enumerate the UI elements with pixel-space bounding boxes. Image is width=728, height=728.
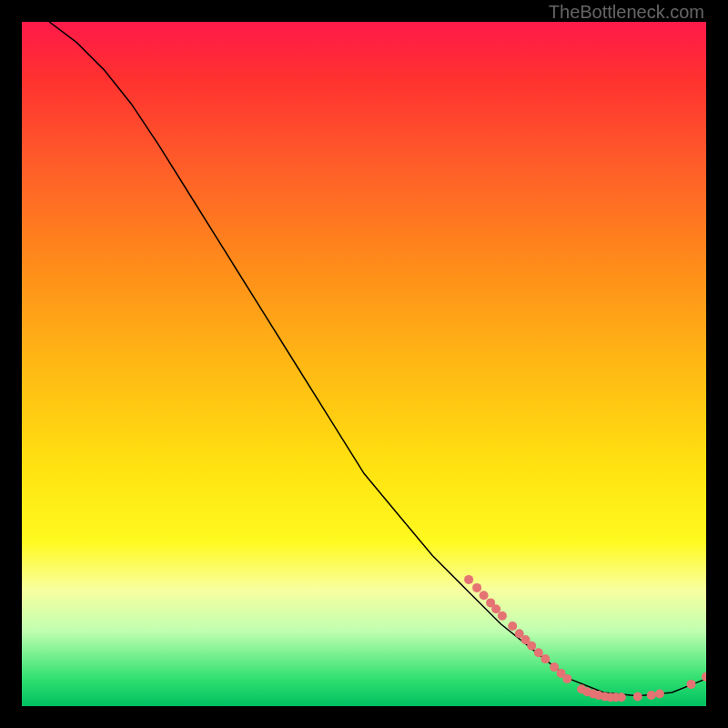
chart-marker [687, 680, 696, 689]
chart-marker [550, 662, 559, 672]
chart-marker [647, 691, 656, 700]
chart-curve [49, 22, 706, 696]
chart-marker [541, 654, 550, 663]
chart-marker [617, 693, 626, 702]
chart-marker [508, 622, 517, 631]
chart-marker [562, 674, 571, 683]
chart-marker [633, 693, 642, 702]
chart-marker [480, 591, 489, 600]
chart-svg [22, 22, 706, 706]
chart-marker [534, 648, 543, 657]
watermark-text: TheBottleneck.com [549, 2, 704, 23]
chart-markers [464, 575, 706, 702]
chart-marker [464, 575, 473, 584]
chart-marker [527, 642, 536, 651]
chart-plot-area [22, 22, 706, 706]
chart-marker [498, 612, 507, 621]
chart-marker [491, 604, 500, 613]
chart-marker [472, 583, 481, 592]
chart-marker [655, 690, 664, 699]
